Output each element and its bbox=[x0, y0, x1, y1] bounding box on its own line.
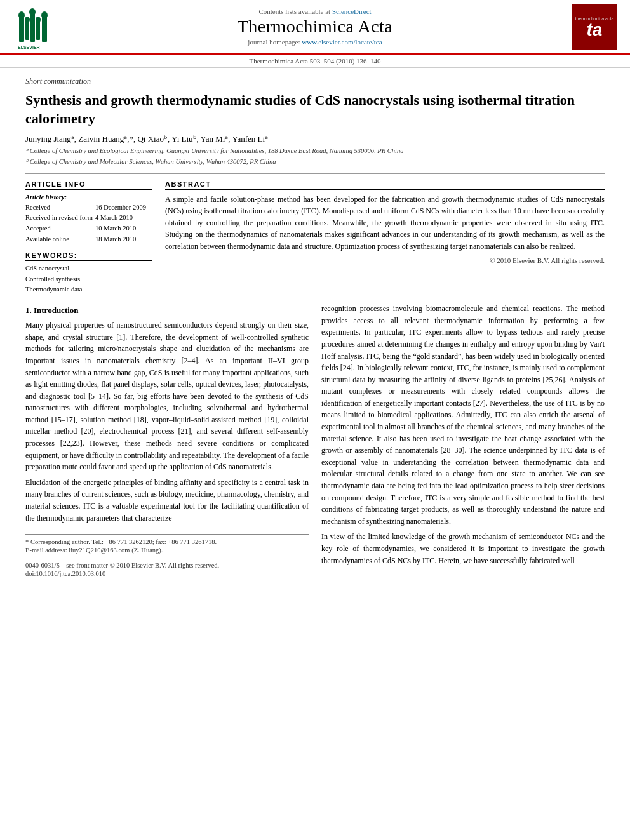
available-date: 18 March 2010 bbox=[95, 234, 136, 245]
keywords-heading: Keywords: bbox=[25, 251, 152, 261]
copyright-line: © 2010 Elsevier B.V. All rights reserved… bbox=[165, 257, 605, 264]
journal-homepage-line: journal homepage: www.elsevier.com/locat… bbox=[248, 38, 382, 46]
svg-point-10 bbox=[41, 11, 48, 19]
available-label: Available online bbox=[25, 234, 95, 245]
authors-line: Junying Jiangᵃ, Zaiyin Huangᵃ,*, Qi Xiao… bbox=[25, 134, 605, 144]
abstract-text: A simple and facile solution-phase metho… bbox=[165, 194, 605, 253]
keyword-2: Controlled synthesis bbox=[25, 274, 152, 285]
svg-point-6 bbox=[18, 11, 25, 19]
revised-label: Received in revised form bbox=[25, 213, 95, 223]
svg-point-8 bbox=[29, 8, 36, 16]
article-info-column: ARTICLE INFO Article history: Received16… bbox=[25, 180, 152, 296]
article-body: Short communication Synthesis and growth… bbox=[0, 68, 630, 591]
abstract-column: ABSTRACT A simple and facile solution-ph… bbox=[165, 180, 605, 296]
main-right-column: recognition processes involving biomacro… bbox=[321, 303, 605, 578]
main-content-area: 1. Introduction Many physical properties… bbox=[25, 303, 605, 578]
journal-header: ELSEVIER Contents lists available at Sci… bbox=[0, 0, 630, 55]
svg-text:ELSEVIER: ELSEVIER bbox=[18, 45, 40, 50]
article-dates: Received16 December 2009 Received in rev… bbox=[25, 203, 152, 245]
abstract-heading: ABSTRACT bbox=[165, 180, 605, 190]
keywords-section: Keywords: CdS nanocrystal Controlled syn… bbox=[25, 251, 152, 295]
affiliation-b: ᵇ College of Chemistry and Molecular Sci… bbox=[25, 157, 605, 167]
elsevier-logo-icon: ELSEVIER bbox=[13, 6, 58, 51]
sciencedirect-link[interactable]: ScienceDirect bbox=[332, 8, 372, 15]
homepage-label: journal homepage: bbox=[248, 38, 300, 46]
article-type: Short communication bbox=[25, 74, 605, 86]
ta-logo-text: ta bbox=[587, 21, 603, 39]
journal-title: Thermochimica Acta bbox=[238, 17, 393, 37]
received-label: Received bbox=[25, 203, 95, 213]
keyword-3: Thermodynamic data bbox=[25, 284, 152, 295]
article-info-heading: ARTICLE INFO bbox=[25, 180, 152, 190]
journal-citation: Thermochimica Acta 503–504 (2010) 136–14… bbox=[249, 57, 380, 65]
keyword-1: CdS nanocrystal bbox=[25, 263, 152, 274]
corresponding-author-note: * Corresponding author. Tel.: +86 771 32… bbox=[25, 538, 309, 545]
affiliation-a: ᵃ College of Chemistry and Ecological En… bbox=[25, 147, 605, 156]
right-paragraph-2: In view of the limited knowledge of the … bbox=[321, 531, 605, 566]
ta-logo-area: thermochimica acta ta bbox=[572, 4, 617, 53]
received-date: 16 December 2009 bbox=[95, 203, 146, 213]
svg-point-9 bbox=[36, 17, 41, 23]
journal-header-center: Contents lists available at ScienceDirec… bbox=[58, 4, 572, 53]
svg-rect-5 bbox=[42, 15, 47, 42]
footer-ids: 0040-6031/$ – see front matter © 2010 El… bbox=[25, 559, 309, 577]
article-info-abstract-row: ARTICLE INFO Article history: Received16… bbox=[25, 180, 605, 296]
email-note: E-mail address: liuy21Q210@163.com (Z. H… bbox=[25, 547, 309, 554]
ta-logo-box: thermochimica acta ta bbox=[572, 4, 617, 50]
accepted-date: 10 March 2010 bbox=[95, 223, 136, 234]
article-footer: * Corresponding author. Tel.: +86 771 32… bbox=[25, 534, 309, 554]
svg-point-7 bbox=[25, 17, 30, 23]
introduction-heading: 1. Introduction bbox=[25, 305, 309, 316]
doi-line: doi:10.1016/j.tca.2010.03.010 bbox=[25, 570, 309, 577]
authors-text: Junying Jiangᵃ, Zaiyin Huangᵃ,*, Qi Xiao… bbox=[25, 134, 268, 143]
right-paragraph-1: recognition processes involving biomacro… bbox=[321, 303, 605, 527]
svg-rect-3 bbox=[30, 12, 35, 42]
main-left-column: 1. Introduction Many physical properties… bbox=[25, 303, 309, 578]
svg-rect-1 bbox=[19, 15, 24, 42]
intro-paragraph-1: Many physical properties of nanostructur… bbox=[25, 319, 309, 473]
issn-line: 0040-6031/$ – see front matter © 2010 El… bbox=[25, 562, 309, 569]
article-history-label: Article history: bbox=[25, 194, 152, 201]
homepage-url[interactable]: www.elsevier.com/locate/tca bbox=[302, 38, 382, 46]
accepted-label: Accepted bbox=[25, 223, 95, 234]
intro-paragraph-2: Elucidation of the energetic principles … bbox=[25, 477, 309, 524]
meta-divider bbox=[25, 173, 605, 174]
contents-available-text: Contents lists available at bbox=[258, 8, 330, 15]
elsevier-logo-area: ELSEVIER bbox=[13, 4, 58, 53]
page: ELSEVIER Contents lists available at Sci… bbox=[0, 0, 630, 840]
revised-date: 4 March 2010 bbox=[95, 213, 133, 223]
article-title: Synthesis and growth thermodynamic studi… bbox=[25, 91, 605, 128]
top-meta-bar: Thermochimica Acta 503–504 (2010) 136–14… bbox=[0, 55, 630, 68]
article-info-section: ARTICLE INFO Article history: Received16… bbox=[25, 180, 152, 245]
sciencedirect-line: Contents lists available at ScienceDirec… bbox=[258, 8, 371, 15]
